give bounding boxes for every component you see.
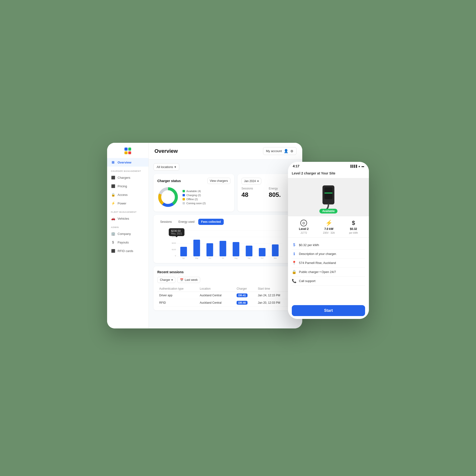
info-access: 🔒 Public charger • Open 24/7 [292, 268, 365, 276]
main-content: Overview My account 👤 ⚙ All locations ▾ [149, 143, 302, 328]
svg-text:$200: $200 [172, 242, 176, 244]
payouts-icon: $ [111, 240, 115, 244]
phone-time: 4:17 [293, 164, 299, 168]
charger-status-card: Charger status View chargers [153, 174, 234, 212]
svg-rect-14 [180, 247, 187, 256]
svg-text:Oct: Oct [261, 257, 263, 259]
charger-filter-chevron: ▾ [171, 278, 173, 282]
svg-text:Jul: Jul [222, 257, 224, 259]
tab-sessions[interactable]: Sessions [157, 219, 175, 225]
sidebar-pricing-label: Pricing [118, 185, 127, 188]
info-access-text: Public charger • Open 24/7 [299, 270, 336, 274]
phone-footer: Start [288, 302, 369, 319]
phone-scroll[interactable]: Available ⊙ Level 2 J1772 ⚡ 7.0 kW 230V … [288, 178, 369, 302]
cards-row: Charger status View chargers [153, 174, 298, 212]
offline-label: Offline (2) [186, 198, 198, 201]
svg-rect-18 [206, 243, 213, 256]
my-account-label: My account [266, 149, 282, 153]
auth-type: Driver app [157, 292, 198, 299]
app-logo [124, 148, 131, 154]
charger-filter-btn[interactable]: Charger ▾ [157, 277, 175, 283]
offline-dot [183, 198, 185, 200]
sidebar-item-pricing[interactable]: ⬛ Pricing [107, 182, 149, 190]
lock-icon: 🔒 [292, 270, 297, 274]
svg-text:Jun: Jun [208, 257, 211, 259]
overview-icon: ⊞ [111, 160, 115, 165]
locations-dropdown[interactable]: All locations ▾ [153, 163, 179, 171]
filter-row: Charger ▾ 📅 Last week [157, 277, 294, 283]
svg-rect-24 [246, 246, 253, 256]
svg-rect-22 [233, 242, 239, 256]
svg-rect-26 [259, 248, 266, 256]
sidebar-item-chargers[interactable]: ⬛ Chargers [107, 173, 149, 182]
info-support-text: Call support [299, 279, 315, 283]
svg-text:0: 0 [175, 255, 176, 257]
svg-rect-16 [193, 240, 200, 256]
stats-grid: Sessions 48 Energy 805. [241, 187, 294, 208]
fleet-mgmt-section: FLEET MANAGEMENT [107, 207, 149, 214]
sidebar-item-power[interactable]: ⚡ Power [107, 199, 149, 207]
power-icon: ⚡ [325, 220, 333, 226]
level2-icon: ⊙ [300, 220, 307, 226]
rfid-icon: ⬛ [111, 249, 115, 253]
my-account-button[interactable]: My account 👤 ⚙ [263, 147, 297, 155]
donut-svg [157, 186, 179, 208]
spec-price: $ $0.32 per kWh [349, 220, 358, 234]
sidebar-item-access[interactable]: 🔒 Access [107, 190, 149, 199]
info-location: 📍 574 Parnell Rise, Auckland [292, 258, 365, 268]
tab-fees-collected[interactable]: Fees collected [198, 219, 224, 225]
sidebar-overview-label: Overview [118, 161, 131, 164]
sidebar-item-rfid[interactable]: ⬛ RFID cards [107, 247, 149, 255]
topbar: Overview My account 👤 ⚙ [149, 143, 302, 159]
sidebar-item-vehicles[interactable]: 🚗 Vehicles [107, 214, 149, 223]
phone-status-icons: ▐▐▐▐ ▲ ▬ [350, 165, 364, 168]
access-icon: 🔒 [111, 192, 115, 197]
table-row: RFID Auckland Central DR-40 Jan 20, 12:0… [157, 299, 294, 306]
admin-section: ADMIN [107, 223, 149, 229]
info-price: $ $0.32 per kWh [292, 241, 365, 249]
status-chart-row: Available (4) Charging (2) Offline (2) [157, 186, 230, 208]
spec-level2: ⊙ Level 2 J1772 [299, 220, 309, 234]
start-button[interactable]: Start [292, 305, 365, 316]
charger-status-title: Charger status [157, 179, 181, 183]
chart-tabs: Sessions Energy used Fees collected [157, 219, 294, 225]
legend-coming-soon: Coming soon (2) [183, 202, 206, 205]
col-location: Location [198, 286, 235, 292]
info-location-text: 574 Parnell Rise, Auckland [299, 261, 336, 265]
sidebar-item-company[interactable]: 🏢 Company [107, 229, 149, 238]
charger-badge: DR-41 [237, 293, 248, 297]
charger-image [318, 183, 339, 212]
coming-soon-label: Coming soon (2) [186, 202, 206, 205]
spec-level2-label: Level 2 [299, 227, 309, 231]
view-chargers-button[interactable]: View chargers [207, 178, 231, 184]
wifi-icon: ▲ [358, 165, 360, 168]
sidebar-power-label: Power [118, 202, 126, 205]
legend-available: Available (4) [183, 190, 206, 192]
date-selector[interactable]: Jan 2024 ▾ [241, 178, 261, 185]
sidebar-item-overview[interactable]: ⊞ Overview [107, 158, 149, 167]
svg-text:Sep: Sep [248, 257, 251, 259]
sidebar-item-payouts[interactable]: $ Payouts [107, 238, 149, 247]
sessions-table: Authentication type Location Charger Sta… [157, 286, 294, 306]
sessions-title: Recent sessions [157, 270, 184, 274]
signal-icon: ▐▐▐▐ [350, 165, 357, 168]
sidebar-vehicles-label: Vehicles [118, 217, 129, 221]
date-label: Jan 2024 [244, 179, 255, 183]
svg-rect-28 [272, 244, 279, 256]
svg-text:$100: $100 [172, 249, 176, 251]
spec-power-label: 7.0 kW [324, 227, 333, 231]
charger-mgmt-section: CHARGER MANAGEMENT [107, 167, 149, 173]
sidebar-rfid-label: RFID cards [118, 249, 133, 253]
tab-energy-used[interactable]: Energy used [176, 219, 197, 225]
tablet: ⊞ Overview CHARGER MANAGEMENT ⬛ Chargers… [107, 143, 302, 328]
info-list: $ $0.32 per kWh ℹ Description of your ch… [288, 238, 369, 289]
tooltip-value: $230.50 [171, 229, 182, 232]
date-filter-btn[interactable]: 📅 Last week [177, 277, 200, 283]
company-icon: 🏢 [111, 232, 115, 236]
info-support[interactable]: 📞 Call support [292, 276, 365, 286]
spec-price-label: $0.32 [350, 227, 357, 231]
sessions-header: Recent sessions [157, 270, 294, 274]
phone-call-icon: 📞 [292, 279, 297, 283]
date-filter-label: Last week [185, 278, 198, 282]
phone-header-title: Level 2 charger at Your Site [292, 171, 365, 175]
